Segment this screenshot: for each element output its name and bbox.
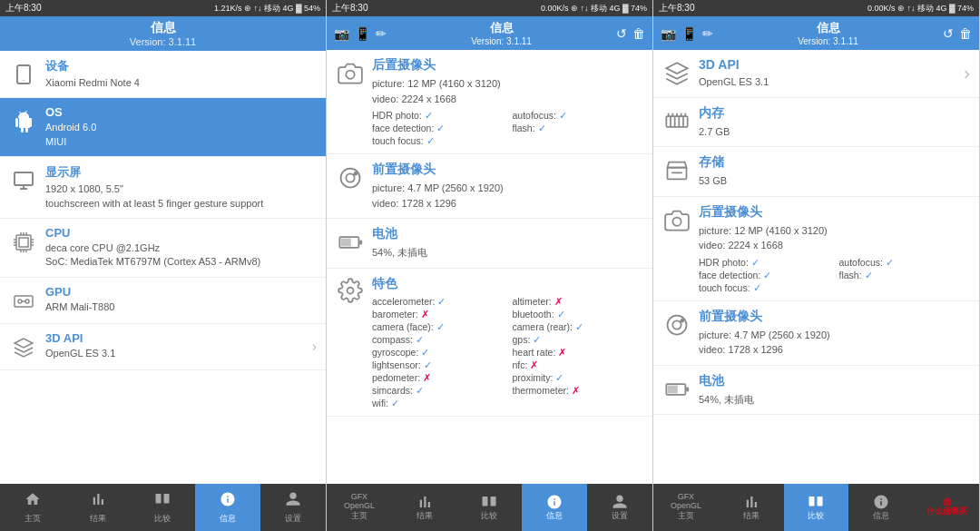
compare-icon-2	[481, 494, 497, 510]
nav-settings-1[interactable]: 设置	[260, 484, 326, 531]
feat-camera-face: camera (face): ✓	[372, 321, 504, 332]
nav-info-3[interactable]: 信息	[848, 484, 914, 531]
chart-icon-3	[743, 494, 760, 510]
front-camera-section: 前置摄像头 picture: 4.7 MP (2560 x 1920) vide…	[327, 154, 652, 219]
nav-home-2[interactable]: GFXOpenGL 主页	[327, 484, 392, 531]
version-3: Version: 3.1.11	[713, 36, 943, 46]
api3d-detail-3: OpenGL ES 3.1	[699, 74, 964, 90]
nav-results-2[interactable]: 结果	[392, 484, 457, 531]
item-os[interactable]: OS Android 6.0MIUI	[0, 98, 326, 157]
feat-compass: compass: ✓	[372, 334, 504, 345]
rear-camera-section: 后置摄像头 picture: 12 MP (4160 x 3120) video…	[327, 50, 652, 154]
battery-section: 电池 54%, 未插电	[327, 219, 652, 269]
svg-rect-34	[491, 497, 496, 506]
nav-compare-3[interactable]: 比较	[784, 484, 849, 531]
battery-title-3: 电池	[699, 373, 970, 389]
nav-home-1[interactable]: 主页	[0, 484, 65, 531]
status-icons-1: 1.21K/s ⊛ ↑↓ 移动 4G ▓ 54%	[214, 3, 320, 15]
status-bar-1: 上午8:30 1.21K/s ⊛ ↑↓ 移动 4G ▓ 54%	[0, 0, 326, 16]
hdr-photo: HDR photo: ✓	[372, 110, 504, 121]
video-h3-icon: 📱	[681, 26, 697, 41]
front-camera-title: 前置摄像头	[372, 162, 643, 178]
rear-camera-detail: picture: 12 MP (4160 x 3120) video: 2224…	[372, 76, 643, 106]
svg-point-21	[25, 300, 29, 303]
item-gpu[interactable]: GPU ARM Mali-T880	[0, 278, 326, 324]
svg-point-49	[672, 320, 681, 329]
nav-watermark-3: 值什么值得买	[914, 484, 979, 531]
rear-camera-features: HDR photo: ✓ autofocus: ✓ face detection…	[372, 110, 643, 146]
item-3dapi[interactable]: 3D API OpenGL ES 3.1 ›	[0, 324, 326, 370]
info-icon	[220, 491, 236, 511]
front-camera-body: 前置摄像头 picture: 4.7 MP (2560 x 1920) vide…	[372, 162, 643, 211]
battery-icon	[336, 228, 365, 257]
rear-camera-features-3: HDR photo: ✓ autofocus: ✓ face detection…	[699, 257, 970, 293]
storage-body: 存储 53 GB	[699, 154, 970, 189]
info-icon-3	[873, 494, 889, 510]
info-icon-2	[546, 494, 563, 510]
compare-icon	[154, 491, 171, 511]
battery-icon-3	[662, 375, 691, 404]
memory-icon	[662, 107, 691, 136]
nav-results-1[interactable]: 结果	[65, 484, 131, 531]
content-2: 后置摄像头 picture: 12 MP (4160 x 3120) video…	[327, 50, 652, 484]
panel-1: 上午8:30 1.21K/s ⊛ ↑↓ 移动 4G ▓ 54% 信息 Versi…	[0, 0, 327, 531]
item-device[interactable]: 设备 Xiaomi Redmi Note 4	[0, 51, 326, 98]
svg-point-32	[348, 287, 354, 293]
bottom-nav-2: GFXOpenGL 主页 结果 比较 信息 设置	[327, 484, 652, 531]
header-right-icons: ↺ 🗑	[616, 26, 645, 41]
header-1: 信息 Version: 3.1.11	[0, 16, 326, 51]
video-header-icon: 📱	[355, 26, 370, 41]
camera-header-icon: 📷	[334, 26, 349, 41]
bottom-nav-1: 主页 结果 比较 信息 设置	[0, 484, 326, 531]
version-1: Version: 3.1.11	[7, 36, 318, 47]
feat-simcards: simcards: ✓	[372, 385, 504, 396]
feat-barometer: barometer: ✗	[372, 309, 504, 320]
content-1: 设备 Xiaomi Redmi Note 4 OS Android 6.0MIU…	[0, 51, 326, 484]
storage-section: 存储 53 GB	[653, 147, 979, 197]
svg-point-50	[681, 319, 683, 321]
nav-results-3[interactable]: 结果	[719, 484, 784, 531]
rear-camera-title-3: 后置摄像头	[699, 204, 970, 221]
watermark-label: 值什么值得买	[926, 498, 967, 516]
status-bar-2: 上午8:30 0.00K/s ⊛ ↑↓ 移动 4G ▓ 74%	[327, 0, 652, 16]
feat-proximity: proximity: ✓	[513, 372, 644, 383]
feat-gyroscope: gyroscope: ✓	[372, 347, 504, 358]
edit-h3-icon: ✏	[702, 26, 713, 41]
home-icon	[24, 491, 41, 511]
os-value: Android 6.0MIUI	[45, 121, 317, 149]
cube-icon	[9, 333, 38, 362]
svg-rect-54	[809, 497, 815, 506]
svg-rect-23	[156, 494, 162, 504]
display-label: 显示屏	[45, 164, 317, 181]
front-camera-title-3: 前置摄像头	[699, 309, 970, 325]
battery-body: 电池 54%, 未插电	[372, 226, 643, 261]
nav-info-1[interactable]: 信息	[195, 484, 260, 531]
svg-rect-55	[818, 497, 823, 506]
nav-home-3[interactable]: GFXOpenGL 主页	[653, 484, 719, 531]
status-icons-3: 0.00K/s ⊛ ↑↓ 移动 4G ▓ 74%	[867, 3, 974, 15]
item-display[interactable]: 显示屏 1920 x 1080, 5.5"touchscreen with at…	[0, 157, 326, 219]
svg-rect-35	[666, 116, 687, 127]
rear-camera-section-3: 后置摄像头 picture: 12 MP (4160 x 3120) video…	[653, 197, 979, 301]
time-2: 上午8:30	[332, 2, 368, 15]
memory-title: 内存	[699, 105, 970, 122]
nav-compare-2[interactable]: 比较	[457, 484, 523, 531]
nav-settings-2[interactable]: 设置	[587, 484, 652, 531]
feat-heartrate: heart rate: ✗	[513, 347, 644, 358]
chevron-icon: ›	[312, 339, 317, 355]
battery-title: 电池	[372, 226, 643, 242]
header-center: 信息 Version: 3.1.11	[387, 20, 616, 46]
feat-wifi: wifi: ✓	[372, 398, 504, 408]
svg-rect-53	[669, 386, 677, 392]
storage-detail: 53 GB	[699, 173, 970, 189]
nav-info-2[interactable]: 信息	[522, 484, 587, 531]
os-label: OS	[45, 105, 317, 119]
nav-compare-1[interactable]: 比较	[131, 484, 196, 531]
cpu-value: deca core CPU @2.1GHzSoC: MediaTek MT679…	[45, 241, 317, 270]
storage-icon	[662, 156, 691, 185]
status-bar-3: 上午8:30 0.00K/s ⊛ ↑↓ 移动 4G ▓ 74%	[653, 0, 979, 16]
rear-camera-icon-3	[662, 206, 691, 235]
face-detection: face detection: ✓	[372, 123, 504, 133]
item-cpu[interactable]: CPU deca core CPU @2.1GHzSoC: MediaTek M…	[0, 219, 326, 278]
battery-body-3: 电池 54%, 未插电	[699, 373, 970, 408]
